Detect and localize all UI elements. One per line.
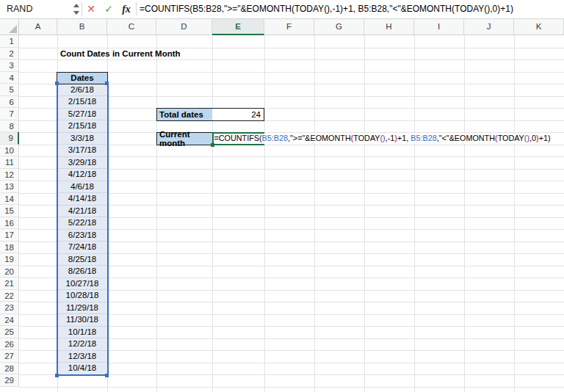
selected-range-b5-b28[interactable]: 2/6/182/15/185/27/182/15/183/3/183/17/18… [57,83,109,376]
column-header-f[interactable]: F [264,19,314,35]
divider [136,2,137,16]
column-header-d[interactable]: D [156,19,212,35]
row-header-3[interactable]: 3 [0,59,19,72]
row-header-17[interactable]: 17 [0,229,19,242]
cell-b25-date[interactable]: 10/1/18 [58,327,107,339]
column-header-h[interactable]: H [364,19,414,35]
formula-segment: TODAY [353,134,380,143]
row-header-4[interactable]: 4 [0,72,19,84]
row-header-18[interactable]: 18 [0,242,19,254]
row-header-16[interactable]: 16 [0,217,19,230]
row-header-11[interactable]: 11 [0,156,19,169]
row-header-24[interactable]: 24 [0,314,19,327]
cell-b19-date[interactable]: 8/25/18 [58,254,107,266]
row-header-19[interactable]: 19 [0,253,19,266]
edit-cell-handle[interactable] [211,143,214,147]
row-header-21[interactable]: 21 [0,277,19,290]
enter-icon[interactable]: ✓ [100,0,118,18]
cell-b5-date[interactable]: 2/6/18 [58,84,107,97]
row-header-12[interactable]: 12 [0,169,19,181]
column-header-j[interactable]: J [464,19,514,35]
formula-segment: B5:B28 [411,134,436,143]
row-header-5[interactable]: 5 [0,84,19,96]
cell-b6-date[interactable]: 2/15/18 [58,96,107,109]
row-header-9[interactable]: 9 [0,132,19,145]
cell-b23-date[interactable]: 11/29/18 [58,302,107,315]
formula-segment: ,-1 [386,134,395,143]
cell-b21-date[interactable]: 10/27/18 [58,278,107,291]
stepper-up-icon[interactable] [73,4,79,7]
cell-b18-date[interactable]: 7/24/18 [58,242,107,254]
cell-b13-date[interactable]: 4/6/18 [58,181,107,194]
formula-segment: +1, [397,134,411,143]
row-header-13[interactable]: 13 [0,181,19,193]
formula-segment: ,"<"&EOMONTH [437,134,495,143]
stepper-down-icon[interactable] [73,11,79,15]
formula-segment: =COUNTIFS( [214,134,262,143]
cell-b9-date[interactable]: 3/3/18 [58,133,107,145]
column-header-b[interactable]: B [57,19,107,35]
column-header-a[interactable]: A [19,19,57,35]
selection-handle-bottom-left[interactable] [55,374,59,377]
cell-b10-date[interactable]: 3/17/18 [58,145,107,157]
select-all-corner[interactable] [0,19,19,35]
row-header-26[interactable]: 26 [0,338,19,351]
column-header-g[interactable]: G [314,19,364,35]
row-header-1[interactable]: 1 [0,35,19,48]
select-all-triangle-icon [9,25,17,33]
formula-segment: ,0 [529,134,536,143]
total-dates-box: Total dates 24 [156,108,264,121]
cell-b14-date[interactable]: 4/14/18 [58,193,107,206]
name-box[interactable]: RAND [0,0,70,18]
row-header-7[interactable]: 7 [0,108,19,120]
selection-handle-bottom-right[interactable] [105,374,109,377]
cell-b26-date[interactable]: 12/2/18 [58,338,107,351]
cell-b7-date[interactable]: 5/27/18 [58,109,107,121]
cell-b22-date[interactable]: 10/28/18 [58,290,107,302]
cell-b4-dates-header[interactable]: Dates [57,72,108,84]
cell-b20-date[interactable]: 8/26/18 [58,266,107,278]
formula-segment: +1) [539,134,551,143]
row-header-22[interactable]: 22 [0,290,19,302]
formula-input[interactable]: =COUNTIFS(B5:B28,">="&EOMONTH(TODAY(),-1… [140,0,513,18]
row-header-14[interactable]: 14 [0,193,19,206]
cell-b12-date[interactable]: 4/12/18 [58,169,107,181]
cell-e9-formula-text[interactable]: =COUNTIFS(B5:B28,">="&EOMONTH(TODAY(),-1… [214,134,564,144]
cell-e7-total-dates-value[interactable]: 24 [212,109,264,120]
cell-b2-title[interactable]: Count Dates in Current Month [60,48,181,61]
insert-function-icon[interactable]: fx [118,0,135,18]
row-header-15[interactable]: 15 [0,205,19,217]
row-header-6[interactable]: 6 [0,96,19,109]
cell-b27-date[interactable]: 12/3/18 [58,351,107,363]
column-header-e[interactable]: E [212,19,264,35]
cell-b16-date[interactable]: 5/22/18 [58,217,107,230]
formula-segment: () [380,134,386,143]
row-header-28[interactable]: 28 [0,363,19,375]
cell-d9-current-month-label[interactable]: Current month [156,132,213,145]
cancel-icon[interactable]: ✕ [82,0,100,18]
cell-b24-date[interactable]: 11/30/18 [58,314,107,327]
row-header-10[interactable]: 10 [0,145,19,157]
column-header-i[interactable]: I [414,19,464,35]
row-header-8[interactable]: 8 [0,120,19,133]
cell-b15-date[interactable]: 4/21/18 [58,206,107,218]
row-header-27[interactable]: 27 [0,350,19,363]
formula-segment: TODAY [498,134,524,143]
row-header-23[interactable]: 23 [0,302,19,314]
column-header-c[interactable]: C [107,19,156,35]
formula-segment: () [524,134,529,143]
cell-d7-total-dates-label[interactable]: Total dates [157,109,212,120]
row-header-25[interactable]: 25 [0,326,19,338]
row-header-29[interactable]: 29 [0,374,19,387]
formula-bar: RAND ✕ ✓ fx =COUNTIFS(B5:B28,">="&EOMONT… [0,0,564,19]
cell-b28-date[interactable]: 10/4/18 [58,363,107,375]
selection-handle-top-left[interactable] [55,81,59,85]
cell-b11-date[interactable]: 3/29/18 [58,157,107,170]
row-header-2[interactable]: 2 [0,48,19,60]
selection-handle-top-right[interactable] [105,81,109,85]
cell-b17-date[interactable]: 6/23/18 [58,230,107,242]
column-header-k[interactable]: K [514,19,564,35]
cell-b8-date[interactable]: 2/15/18 [58,120,107,133]
name-box-stepper[interactable] [72,0,82,18]
row-header-20[interactable]: 20 [0,266,19,278]
